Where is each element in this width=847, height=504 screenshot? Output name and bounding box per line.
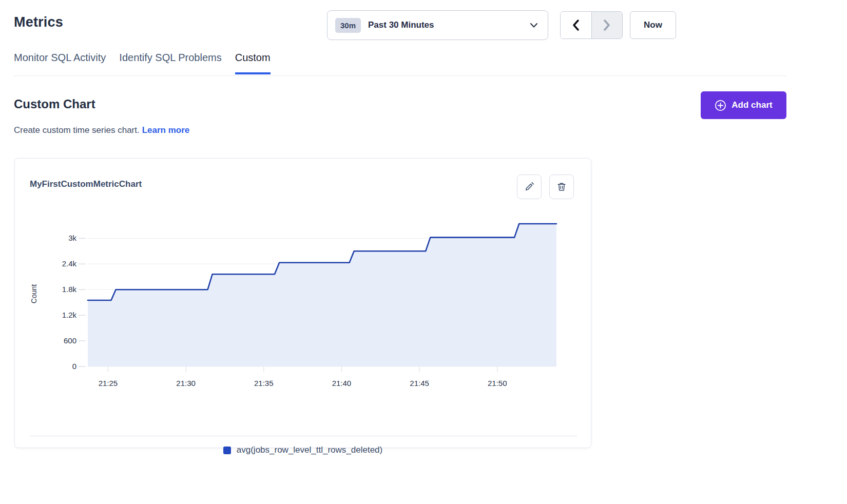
add-chart-button[interactable]: Add chart bbox=[701, 91, 786, 119]
plus-circle-icon bbox=[715, 100, 726, 111]
time-range-dropdown[interactable]: 30m Past 30 Minutes bbox=[327, 10, 548, 40]
chart-legend: avg(jobs_row_level_ttl_rows_deleted) bbox=[15, 445, 591, 455]
page-title: Metrics bbox=[14, 14, 63, 30]
y-tick-label: 1.2k bbox=[62, 311, 77, 319]
timeseries-plot[interactable]: 06001.2k1.8k2.4k3k21:2521:3021:3521:4021… bbox=[15, 210, 592, 400]
chart-title: MyFirstCustomMetricChart bbox=[30, 179, 142, 189]
chevron-left-icon bbox=[572, 20, 580, 31]
x-tick-label: 21:45 bbox=[410, 379, 429, 387]
tab-custom[interactable]: Custom bbox=[235, 52, 271, 74]
chevron-down-icon bbox=[530, 23, 537, 28]
chart-actions bbox=[517, 175, 574, 199]
y-tick-label: 2.4k bbox=[62, 259, 77, 268]
time-prev-button[interactable] bbox=[561, 12, 591, 38]
tab-identify-sql-problems[interactable]: Identify SQL Problems bbox=[119, 52, 221, 74]
y-tick-label: 1.8k bbox=[62, 285, 77, 294]
delete-chart-button[interactable] bbox=[549, 175, 574, 199]
tabs-divider bbox=[14, 75, 786, 76]
legend-label: avg(jobs_row_level_ttl_rows_deleted) bbox=[237, 445, 382, 455]
chevron-right-icon bbox=[603, 20, 611, 31]
time-range-label: Past 30 Minutes bbox=[368, 20, 523, 30]
x-tick-label: 21:50 bbox=[488, 379, 507, 387]
section-heading: Custom Chart bbox=[14, 97, 95, 111]
y-tick-label: 600 bbox=[64, 336, 76, 345]
section-description: Create custom time series chart.Learn mo… bbox=[14, 125, 189, 135]
edit-chart-button[interactable] bbox=[517, 175, 542, 199]
custom-chart-card: MyFirstCustomMetricChart 06001.2k1.8k2.4… bbox=[14, 158, 591, 448]
pencil-icon bbox=[524, 182, 534, 192]
time-range-badge: 30m bbox=[335, 18, 361, 33]
section-description-text: Create custom time series chart. bbox=[14, 125, 140, 135]
x-tick-label: 21:25 bbox=[99, 379, 118, 387]
x-tick-label: 21:30 bbox=[176, 379, 196, 387]
y-tick-label: 3k bbox=[68, 234, 76, 242]
metrics-tabs: Monitor SQL Activity Identify SQL Proble… bbox=[14, 52, 271, 74]
y-axis-title: Count bbox=[30, 284, 38, 303]
now-button[interactable]: Now bbox=[630, 11, 676, 39]
x-tick-label: 21:35 bbox=[254, 379, 274, 387]
time-nav-group bbox=[560, 11, 623, 39]
legend-swatch bbox=[223, 447, 231, 454]
learn-more-link[interactable]: Learn more bbox=[142, 125, 190, 135]
add-chart-label: Add chart bbox=[732, 100, 772, 110]
legend-divider bbox=[30, 436, 577, 436]
tab-monitor-sql-activity[interactable]: Monitor SQL Activity bbox=[14, 52, 106, 74]
x-tick-label: 21:40 bbox=[332, 379, 352, 387]
metrics-page: Metrics 30m Past 30 Minutes Now Monitor … bbox=[0, 0, 847, 504]
time-next-button[interactable] bbox=[591, 12, 623, 38]
series-area bbox=[88, 224, 556, 366]
trash-icon bbox=[556, 182, 567, 192]
y-tick-label: 0 bbox=[72, 362, 76, 371]
